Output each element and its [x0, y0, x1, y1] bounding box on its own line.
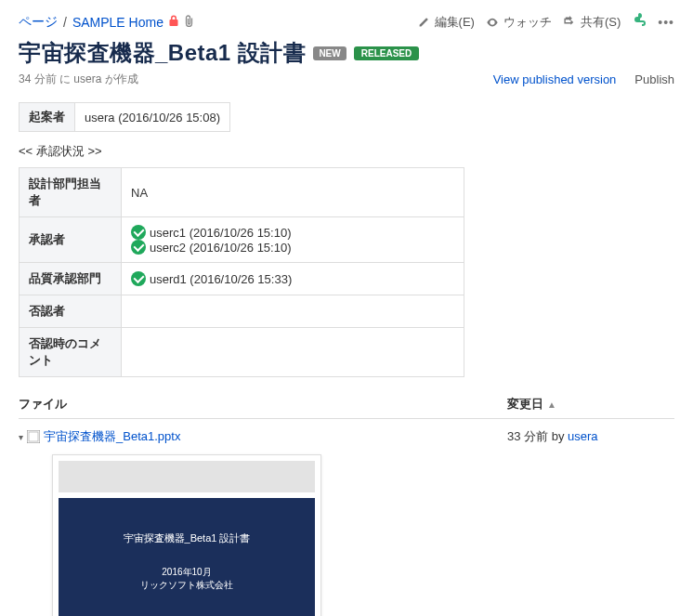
edit-button[interactable]: 編集(E): [417, 14, 475, 31]
slide-date: 2016年10月: [68, 566, 306, 579]
view-published-link[interactable]: View published version: [493, 72, 617, 86]
share-button[interactable]: 共有(S): [563, 14, 621, 31]
file-row: ▾ 宇宙探査機器_Beta1.pptx 33 分前 by usera: [19, 419, 674, 447]
byline: 34 分前 に usera が作成: [19, 72, 138, 87]
column-modified-header[interactable]: 変更日: [507, 396, 543, 413]
file-link[interactable]: 宇宙探査機器_Beta1.pptx: [44, 428, 180, 445]
check-icon: [131, 271, 146, 286]
toggle-expand-icon[interactable]: ▾: [19, 432, 23, 442]
publish-link[interactable]: Publish: [634, 72, 674, 86]
file-preview: 宇宙探査機器_Beta1 設計書 2016年10月 リックソフト株式会社 ✦ A…: [52, 454, 321, 616]
reject-comment-value: [122, 328, 464, 377]
approver-label: 承認者: [20, 217, 122, 263]
pptx-icon: [27, 430, 40, 443]
design-manager-value: NA: [122, 168, 464, 217]
approval-table: 設計部門担当者 NA 承認者 userc1 (2016/10/26 15:10)…: [19, 167, 464, 377]
proposer-table: 起案者 usera (2016/10/26 15:08): [19, 102, 230, 132]
lock-icon: [169, 15, 178, 29]
watch-button[interactable]: ウォッチ: [486, 14, 552, 31]
edit-label: 編集(E): [435, 14, 475, 31]
design-manager-label: 設計部門担当者: [20, 168, 122, 217]
check-icon: [131, 240, 146, 255]
rejecter-label: 否認者: [20, 295, 122, 328]
slide-title: 宇宙探査機器_Beta1 設計書: [68, 526, 306, 545]
approval-heading: << 承認状況 >>: [19, 143, 674, 160]
qa-label: 品質承認部門: [20, 263, 122, 295]
breadcrumb-separator: /: [63, 15, 67, 30]
check-icon: [131, 225, 146, 240]
approver-userc1: userc1 (2016/10/26 15:10): [150, 226, 292, 240]
slide-company: リックソフト株式会社: [68, 579, 306, 592]
reject-comment-label: 否認時のコメント: [20, 328, 122, 377]
column-file-header[interactable]: ファイル: [19, 396, 507, 413]
file-modified-user[interactable]: usera: [568, 429, 598, 443]
workflow-icon[interactable]: [632, 13, 647, 31]
proposer-label: 起案者: [20, 103, 75, 132]
rejecter-value: [122, 295, 464, 328]
sort-asc-icon: ▲: [547, 400, 556, 410]
released-badge: RELEASED: [354, 46, 419, 60]
more-actions-icon[interactable]: •••: [658, 15, 674, 30]
file-modified-time: 33 分前 by: [507, 429, 568, 443]
qa-userd1: userd1 (2016/10/26 15:33): [150, 272, 292, 286]
breadcrumb-space[interactable]: SAMPLE Home: [72, 15, 163, 30]
proposer-value: usera (2016/10/26 15:08): [75, 103, 230, 132]
approver-userc2: userc2 (2016/10/26 15:10): [150, 241, 292, 255]
share-label: 共有(S): [581, 14, 621, 31]
attachment-icon: [184, 15, 194, 30]
watch-label: ウォッチ: [503, 14, 552, 31]
breadcrumb-root[interactable]: ページ: [19, 14, 58, 31]
new-badge: NEW: [313, 46, 346, 60]
preview-placeholder-top: [59, 461, 315, 492]
preview-slide: 宇宙探査機器_Beta1 設計書 2016年10月 リックソフト株式会社: [59, 498, 315, 616]
page-title: 宇宙探査機器_Beta1 設計書: [19, 38, 306, 68]
